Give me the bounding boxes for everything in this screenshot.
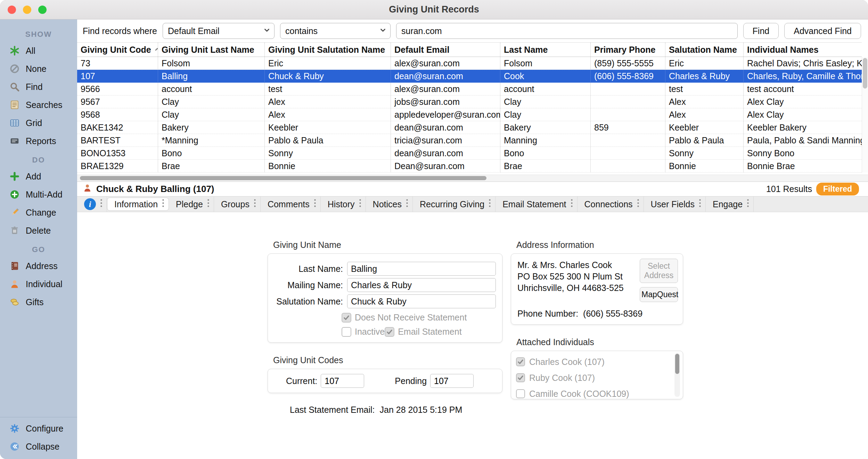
tab-pledge[interactable]: Pledge [169, 197, 214, 212]
sidebar-item-change[interactable]: Change [0, 203, 77, 222]
tab-menu-dots-icon[interactable] [637, 199, 639, 210]
sidebar-item-grid[interactable]: Grid [0, 114, 77, 132]
table-row[interactable]: 9568ClayAlexappledeveloper@suran.comClay… [77, 108, 862, 121]
tab-menu-dots-icon[interactable] [100, 199, 103, 210]
tab-engage[interactable]: Engage [706, 197, 754, 212]
pending-code-field[interactable] [430, 374, 474, 388]
advanced-find-button[interactable]: Advanced Find [784, 23, 861, 39]
table-row[interactable]: 107BallingChuck & Rubydean@suran.comCook… [77, 70, 862, 83]
title-bar: Giving Unit Records [0, 0, 868, 19]
table-row[interactable]: BARTEST*ManningPablo & Paulatricia@suran… [77, 134, 862, 147]
tab-menu-dots-icon[interactable] [314, 199, 316, 210]
tab-menu-dots-icon[interactable] [571, 199, 573, 210]
operator-select[interactable]: contains [280, 23, 391, 39]
mailing-name-field[interactable] [347, 278, 496, 292]
sidebar-item-delete[interactable]: Delete [0, 222, 77, 240]
attached-individual-label: Camille Cook (COOK109) [529, 389, 629, 399]
sidebar-item-find[interactable]: Find [0, 78, 77, 96]
column-header-label: Salutation Name [669, 45, 737, 55]
attached-individual-row[interactable]: Ruby Cook (107) [516, 370, 674, 386]
tab-menu-dots-icon[interactable] [699, 199, 701, 210]
table-row[interactable]: BAKE1342BakeryKeeblerdean@suran.comBaker… [77, 121, 862, 134]
sidebar-item-searches[interactable]: Searches [0, 96, 77, 114]
tab-info[interactable]: i [77, 197, 107, 212]
filtered-badge[interactable]: Filtered [816, 183, 859, 195]
column-header-giving-unit-code[interactable]: Giving Unit Code [77, 43, 158, 57]
statement-checkboxes: Does Not Receive StatementInactiveEmail … [274, 312, 496, 337]
checkbox-inactive[interactable]: Inactive [342, 327, 385, 337]
table-row[interactable]: 9567ClayAlexjobs@suran.comClayAlexAlex C… [77, 95, 862, 108]
column-header-last-name[interactable]: Last Name [500, 43, 591, 57]
sidebar-item-multi-add[interactable]: Multi-Add [0, 185, 77, 203]
tab-groups[interactable]: Groups [214, 197, 261, 212]
sidebar-item-label: Multi-Add [26, 190, 63, 200]
table-row[interactable]: 9566accounttestalex@suran.comaccounttest… [77, 83, 862, 95]
giving-unit-name-box: Last Name: Mailing Name: Salutation Name… [268, 253, 502, 343]
sidebar-item-add[interactable]: Add [0, 167, 77, 185]
tab-menu-dots-icon[interactable] [207, 199, 210, 210]
sidebar-item-gifts[interactable]: Gifts [0, 293, 77, 311]
mapquest-button[interactable]: MapQuest [640, 287, 678, 302]
tab-recurring-giving[interactable]: Recurring Giving [413, 197, 496, 212]
vertical-scrollbar[interactable] [862, 57, 868, 173]
sidebar-item-reports[interactable]: Reports [0, 132, 77, 150]
sidebar-item-collapse[interactable]: Collapse [0, 437, 77, 456]
tab-user-fields[interactable]: User Fields [644, 197, 706, 212]
tab-label: Connections [584, 199, 633, 209]
tab-notices[interactable]: Notices [366, 197, 413, 212]
tab-information[interactable]: Information [107, 198, 169, 211]
attached-individual-row[interactable]: Camille Cook (COOK109) [516, 386, 674, 399]
field-select[interactable]: Default Email [163, 23, 275, 39]
attached-list-scrollbar-thumb[interactable] [675, 354, 679, 374]
salutation-name-field[interactable] [347, 294, 496, 308]
tab-menu-dots-icon[interactable] [254, 199, 256, 210]
table-row[interactable]: 73FolsomEricalex@suran.comFolsom(859) 55… [77, 57, 862, 70]
sidebar-item-all[interactable]: All [0, 42, 77, 60]
search-query-input[interactable] [396, 23, 738, 39]
horizontal-scrollbar-thumb[interactable] [80, 176, 486, 180]
attached-individual-row[interactable]: Charles Cook (107) [516, 354, 674, 370]
tab-history[interactable]: History [321, 197, 366, 212]
sidebar-item-address[interactable]: Address [0, 257, 77, 275]
cell [591, 83, 665, 95]
vertical-scrollbar-thumb[interactable] [863, 58, 867, 89]
sidebar-item-label: Add [26, 172, 41, 182]
current-code-field[interactable] [321, 374, 364, 388]
tab-connections[interactable]: Connections [578, 197, 644, 212]
close-window-button[interactable] [8, 6, 16, 14]
attached-list-scrollbar[interactable] [674, 353, 680, 397]
column-header-default-email[interactable]: Default Email [391, 43, 500, 57]
sidebar-item-individual[interactable]: Individual [0, 275, 77, 293]
sidebar-item-label: Collapse [26, 442, 59, 452]
minimize-window-button[interactable] [23, 6, 31, 14]
sidebar-item-none[interactable]: None [0, 60, 77, 78]
sidebar-item-label: Searches [26, 100, 63, 110]
zoom-window-button[interactable] [38, 6, 47, 14]
last-name-field[interactable] [347, 262, 496, 276]
table-row[interactable]: BRAE1329BraeBonnieDean@suran.comBraeBonn… [77, 160, 862, 173]
tab-menu-dots-icon[interactable] [489, 199, 491, 210]
checkbox-email-statement[interactable]: Email Statement [385, 327, 461, 337]
tab-menu-dots-icon[interactable] [359, 199, 361, 210]
tab-email-statement[interactable]: Email Statement [496, 197, 577, 212]
sidebar-item-configure[interactable]: Configure [0, 419, 77, 437]
column-header-giving-unit-last-name[interactable]: Giving Unit Last Name [158, 43, 265, 57]
tab-menu-dots-icon[interactable] [162, 199, 164, 210]
checkbox-does-not-receive-statement[interactable]: Does Not Receive Statement [342, 312, 491, 323]
find-button[interactable]: Find [743, 23, 779, 39]
horizontal-scrollbar[interactable] [77, 175, 868, 182]
column-header-giving-unit-salutation-name[interactable]: Giving Unit Salutation Name [265, 43, 391, 57]
cell: Keebler Bakery [744, 121, 862, 134]
column-header-primary-phone[interactable]: Primary Phone [591, 43, 665, 57]
tab-comments[interactable]: Comments [261, 197, 321, 212]
select-address-button[interactable]: Select Address [640, 259, 678, 283]
column-header-individual-names[interactable]: Individual Names [744, 43, 862, 57]
sidebar: SHOWAllNoneFindSearchesGridReportsDOAddM… [0, 19, 77, 459]
tab-menu-dots-icon[interactable] [747, 199, 749, 210]
person-icon [9, 279, 20, 289]
sidebar-section-label-do: DO [0, 156, 77, 165]
table-row[interactable]: BONO1353BonoSonnydean@suran.comBonoSonny… [77, 147, 862, 160]
column-header-salutation-name[interactable]: Salutation Name [665, 43, 744, 57]
record-header: Chuck & Ruby Balling (107) 101 Results F… [77, 182, 868, 196]
tab-menu-dots-icon[interactable] [406, 199, 408, 210]
